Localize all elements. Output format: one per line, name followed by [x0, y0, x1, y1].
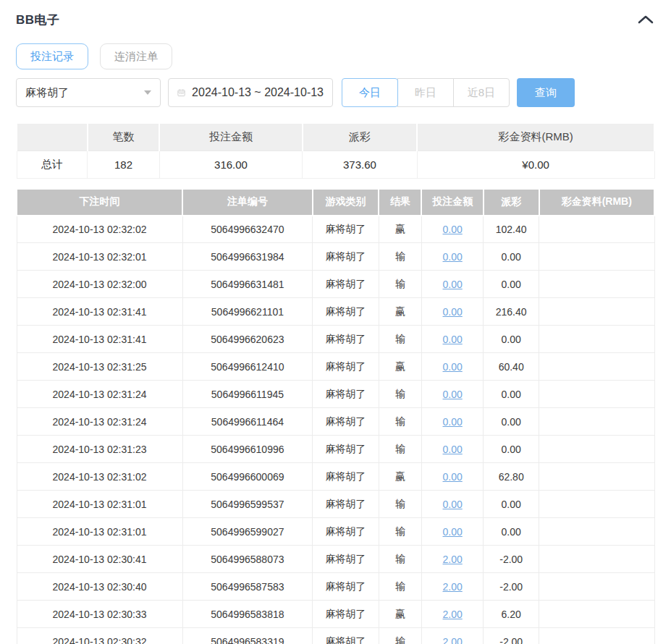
game-type-cell: 麻将胡了 [313, 381, 379, 408]
payout-cell: 0.00 [484, 243, 539, 271]
result-cell: 赢 [379, 216, 421, 243]
bet-number-cell: 5064996631481 [182, 271, 313, 298]
summary-table: 笔数 投注金额 派彩 彩金资料(RMB) 总计 182 316.00 373.6… [16, 122, 655, 179]
chevron-down-icon [144, 90, 151, 95]
table-row: 2024-10-13 02:31:025064996600069麻将胡了赢0.0… [17, 463, 654, 491]
summary-bonus: ¥0.00 [417, 151, 654, 178]
result-cell: 输 [379, 381, 421, 408]
bet-number-cell: 5064996610996 [182, 436, 313, 463]
game-type-cell: 麻将胡了 [313, 216, 379, 243]
bet-amount-link[interactable]: 0.00 [443, 471, 463, 483]
bet-amount-cell: 0.00 [421, 408, 483, 436]
summary-header-count: 笔数 [88, 123, 160, 151]
last-8-days-button[interactable]: 近8日 [453, 78, 510, 107]
bet-amount-link[interactable]: 0.00 [443, 389, 463, 400]
payout-cell: 6.20 [484, 601, 539, 628]
bet-table-body: 2024-10-13 02:32:025064996632470麻将胡了赢0.0… [17, 216, 654, 644]
tab-bet-records[interactable]: 投注记录 [16, 43, 88, 69]
game-type-cell: 麻将胡了 [313, 518, 379, 546]
quick-range-group: 今日 昨日 近8日 [342, 78, 510, 107]
bet-time-cell: 2024-10-13 02:32:02 [17, 216, 182, 243]
payout-cell: 0.00 [484, 436, 539, 463]
table-row: 2024-10-13 02:31:415064996620623麻将胡了输0.0… [17, 326, 654, 353]
bet-amount-link[interactable]: 2.00 [443, 609, 463, 620]
bet-time-cell: 2024-10-13 02:31:41 [17, 326, 182, 353]
bonus-cell [539, 463, 655, 491]
bet-amount-link[interactable]: 0.00 [443, 279, 463, 290]
result-cell: 输 [379, 326, 421, 353]
result-cell: 输 [379, 628, 421, 644]
summary-header-blank [17, 123, 88, 151]
result-cell: 输 [379, 436, 421, 463]
table-row: 2024-10-13 02:32:015064996631984麻将胡了输0.0… [17, 243, 654, 271]
summary-bet-amount: 316.00 [159, 151, 302, 178]
bet-number-cell: 5064996631984 [182, 243, 313, 271]
bet-amount-link[interactable]: 0.00 [443, 306, 463, 318]
bet-table-header: 彩金资料(RMB) [539, 190, 655, 216]
bet-amount-link[interactable]: 0.00 [443, 499, 463, 510]
bet-amount-cell: 0.00 [421, 463, 483, 491]
result-cell: 赢 [379, 298, 421, 326]
table-row: 2024-10-13 02:31:245064996611464麻将胡了输0.0… [17, 408, 654, 436]
result-cell: 输 [379, 573, 421, 601]
bet-amount-link[interactable]: 0.00 [443, 526, 463, 538]
bet-amount-link[interactable]: 0.00 [443, 416, 463, 428]
bet-amount-cell: 0.00 [421, 271, 483, 298]
payout-cell: 62.80 [484, 463, 539, 491]
game-type-cell: 麻将胡了 [313, 353, 379, 381]
result-cell: 输 [379, 546, 421, 573]
table-row: 2024-10-13 02:31:415064996621101麻将胡了赢0.0… [17, 298, 654, 326]
bet-table-header: 下注时间 [17, 190, 182, 216]
bonus-cell [539, 408, 655, 436]
bet-amount-cell: 0.00 [421, 298, 483, 326]
bet-time-cell: 2024-10-13 02:30:40 [17, 573, 182, 601]
bonus-cell [539, 601, 655, 628]
result-cell: 输 [379, 408, 421, 436]
bet-number-cell: 5064996588073 [182, 546, 313, 573]
bet-number-cell: 5064996583319 [182, 628, 313, 644]
result-cell: 赢 [379, 601, 421, 628]
bet-time-cell: 2024-10-13 02:30:41 [17, 546, 182, 573]
bet-table: 下注时间注单编号游戏类别结果投注金额派彩彩金资料(RMB) 2024-10-13… [16, 190, 655, 644]
table-row: 2024-10-13 02:31:235064996610996麻将胡了输0.0… [17, 436, 654, 463]
game-type-cell: 麻将胡了 [313, 546, 379, 573]
date-range-picker[interactable]: 2024-10-13 ~ 2024-10-13 [168, 78, 333, 107]
collapse-button[interactable] [636, 13, 655, 26]
game-select[interactable]: 麻将胡了 [16, 78, 161, 107]
summary-header-payout: 派彩 [303, 123, 418, 151]
bet-number-cell: 5064996599027 [182, 518, 313, 546]
bet-time-cell: 2024-10-13 02:31:24 [17, 408, 182, 436]
table-row: 2024-10-13 02:31:015064996599027麻将胡了输0.0… [17, 518, 654, 546]
calendar-icon [177, 86, 185, 99]
bet-amount-link[interactable]: 2.00 [443, 554, 463, 565]
bet-amount-link[interactable]: 0.00 [443, 361, 463, 373]
bet-amount-link[interactable]: 0.00 [443, 334, 463, 345]
table-row: 2024-10-13 02:32:005064996631481麻将胡了输0.0… [17, 271, 654, 298]
bonus-cell [539, 353, 655, 381]
section-header: BB电子 [16, 10, 655, 29]
bet-amount-link[interactable]: 0.00 [443, 251, 463, 263]
yesterday-button[interactable]: 昨日 [397, 78, 454, 107]
bet-amount-cell: 2.00 [421, 601, 483, 628]
bet-amount-link[interactable]: 0.00 [443, 224, 463, 235]
bet-number-cell: 5064996620623 [182, 326, 313, 353]
bet-amount-link[interactable]: 2.00 [443, 636, 463, 644]
table-row: 2024-10-13 02:30:335064996583818麻将胡了赢2.0… [17, 601, 654, 628]
payout-cell: 0.00 [484, 518, 539, 546]
bet-number-cell: 5064996612410 [182, 353, 313, 381]
bet-amount-link[interactable]: 0.00 [443, 444, 463, 455]
query-button[interactable]: 查询 [517, 78, 575, 107]
tab-cancelled-bets[interactable]: 连消注单 [100, 43, 172, 69]
bet-table-head: 下注时间注单编号游戏类别结果投注金额派彩彩金资料(RMB) [17, 190, 654, 216]
game-type-cell: 麻将胡了 [313, 271, 379, 298]
page-title: BB电子 [16, 12, 60, 28]
bet-amount-link[interactable]: 2.00 [443, 581, 463, 593]
summary-header-bet-amount: 投注金额 [159, 123, 302, 151]
bet-number-cell: 5064996600069 [182, 463, 313, 491]
game-type-cell: 麻将胡了 [313, 408, 379, 436]
game-type-cell: 麻将胡了 [313, 628, 379, 644]
game-type-cell: 麻将胡了 [313, 243, 379, 271]
today-button[interactable]: 今日 [342, 78, 398, 107]
result-cell: 赢 [379, 463, 421, 491]
payout-cell: -2.00 [484, 546, 539, 573]
